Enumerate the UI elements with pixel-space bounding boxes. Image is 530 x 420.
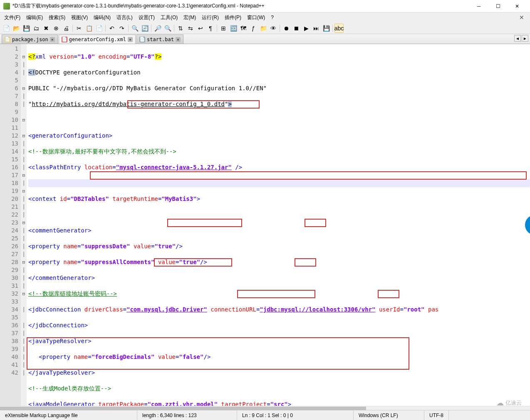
tab-prev-icon[interactable]: ◄ xyxy=(514,35,521,42)
menu-tools[interactable]: 工具(O) xyxy=(158,13,180,22)
tab-next-icon[interactable]: ► xyxy=(522,35,528,42)
status-encoding: UTF-8 xyxy=(424,410,449,420)
highlight-box xyxy=(90,171,527,180)
tab-nav: ◄► xyxy=(514,35,528,42)
tab-close-icon[interactable]: ✕ xyxy=(176,37,181,42)
statusbar: eXtensible Markup Language file length :… xyxy=(0,410,530,420)
status-position: Ln : 9 Col : 1 Sel : 0 | 0 xyxy=(237,410,354,420)
save-all-icon[interactable]: 🗂 xyxy=(32,24,41,33)
menubar-close-icon[interactable]: ✕ xyxy=(515,14,528,21)
menu-help[interactable]: ? xyxy=(268,14,276,21)
menu-language[interactable]: 语言(L) xyxy=(114,13,135,22)
maximize-button[interactable]: ☐ xyxy=(488,0,508,12)
indent-guide-icon[interactable]: ⊞ xyxy=(219,24,228,33)
menu-window[interactable]: 窗口(W) xyxy=(245,13,267,22)
doc-map-icon[interactable]: 🗺 xyxy=(239,24,248,33)
window-controls: ─ ☐ ✕ xyxy=(469,0,527,12)
print-icon[interactable]: 🖨 xyxy=(62,24,71,33)
monitor-icon[interactable]: 👁 xyxy=(269,24,278,33)
menu-settings[interactable]: 设置(T) xyxy=(136,13,157,22)
paste-icon[interactable]: 📄 xyxy=(94,24,104,33)
menu-file[interactable]: 文件(F) xyxy=(2,13,23,22)
tabbar: 📄package.json✕ 📄generatorConfig.xml✕ 📄st… xyxy=(0,34,530,44)
stop-icon[interactable]: ⏹ xyxy=(292,24,301,33)
minimize-button[interactable]: ─ xyxy=(469,0,488,12)
play-multi-icon[interactable]: ⏭ xyxy=(312,24,321,33)
tab-generator-config[interactable]: 📄generatorConfig.xml✕ xyxy=(59,35,136,44)
watermark: ☁亿速云 xyxy=(496,398,522,408)
line-number-gutter: 1234567891011121314151617181920212223242… xyxy=(0,44,21,406)
titlebar: *D:\迅雷下载\mybatis-generator-core-1.3.1-bu… xyxy=(0,0,530,12)
toolbar: 📄 📂 💾 🗂 ✖ ⊗ 🖨 ✂ 📋 📄 ↶ ↷ 🔍 🔄 🔎 🔍 ⇅ ⇆ ↩ ¶ … xyxy=(0,22,530,34)
menu-search[interactable]: 搜索(S) xyxy=(46,13,68,22)
save-macro-icon[interactable]: 💾 xyxy=(322,24,331,33)
tab-close-icon[interactable]: ✕ xyxy=(128,37,133,42)
menu-edit[interactable]: 编辑(E) xyxy=(24,13,45,22)
highlight-box xyxy=(167,219,242,227)
tab-label: generatorConfig.xml xyxy=(69,37,126,42)
file-icon: 📄 xyxy=(139,37,145,42)
func-list-icon[interactable]: ƒ xyxy=(249,24,258,33)
status-eol: Windows (CR LF) xyxy=(354,410,424,420)
status-language: eXtensible Markup Language file xyxy=(0,410,137,420)
editor[interactable]: 1234567891011121314151617181920212223242… xyxy=(0,44,530,406)
close-file-icon[interactable]: ✖ xyxy=(42,24,51,33)
undo-icon[interactable]: ↶ xyxy=(107,24,116,33)
copy-icon[interactable]: 📋 xyxy=(84,24,94,33)
sync-v-icon[interactable]: ⇅ xyxy=(176,24,185,33)
tab-package-json[interactable]: 📄package.json✕ xyxy=(2,35,58,44)
save-icon[interactable]: 💾 xyxy=(22,24,31,33)
code-area[interactable]: <?xml version="1.0" encoding="UTF-8"?> <… xyxy=(27,44,530,406)
record-icon[interactable]: ⏺ xyxy=(282,24,291,33)
tab-label: package.json xyxy=(12,37,48,42)
menubar: 文件(F) 编辑(E) 搜索(S) 视图(V) 编码(N) 语言(L) 设置(T… xyxy=(0,12,530,22)
lang-icon[interactable]: 🈁 xyxy=(229,24,238,33)
tab-label: start.bat xyxy=(147,37,174,42)
menu-encoding[interactable]: 编码(N) xyxy=(91,13,113,22)
find-icon[interactable]: 🔍 xyxy=(130,24,139,33)
window-title: *D:\迅雷下载\mybatis-generator-core-1.3.1-bu… xyxy=(12,2,469,10)
replace-icon[interactable]: 🔄 xyxy=(140,24,149,33)
zoom-out-icon[interactable]: 🔍 xyxy=(163,24,172,33)
file-icon: 📄 xyxy=(62,37,67,42)
sync-h-icon[interactable]: ⇆ xyxy=(186,24,195,33)
close-button[interactable]: ✕ xyxy=(508,0,527,12)
close-all-icon[interactable]: ⊗ xyxy=(52,24,61,33)
tab-start-bat[interactable]: 📄start.bat✕ xyxy=(136,35,183,44)
show-chars-icon[interactable]: ¶ xyxy=(206,24,215,33)
redo-icon[interactable]: ↷ xyxy=(117,24,126,33)
wrap-icon[interactable]: ↩ xyxy=(196,24,205,33)
menu-run[interactable]: 运行(R) xyxy=(199,13,221,22)
file-icon: 📄 xyxy=(5,37,10,42)
open-folder-icon[interactable]: 📂 xyxy=(12,24,21,33)
menu-macro[interactable]: 宏(M) xyxy=(181,13,198,22)
menu-plugins[interactable]: 插件(P) xyxy=(222,13,244,22)
folder-icon[interactable]: 📁 xyxy=(259,24,268,33)
zoom-in-icon[interactable]: 🔎 xyxy=(153,24,162,33)
spellcheck-icon[interactable]: abc xyxy=(334,24,344,33)
fold-column[interactable]: ⊟││⊟││⊟⊟││││⊟│⊟│││⊟││││⊟│││⊟││││││││ xyxy=(21,44,27,406)
highlight-box xyxy=(305,219,326,227)
play-icon[interactable]: ▶ xyxy=(302,24,311,33)
tab-close-icon[interactable]: ✕ xyxy=(50,37,55,42)
status-length: length : 6,340 lines : 123 xyxy=(137,410,237,420)
app-icon xyxy=(3,3,10,10)
cut-icon[interactable]: ✂ xyxy=(74,24,84,33)
new-file-icon[interactable]: 📄 xyxy=(2,24,11,33)
menu-view[interactable]: 视图(V) xyxy=(69,13,90,22)
